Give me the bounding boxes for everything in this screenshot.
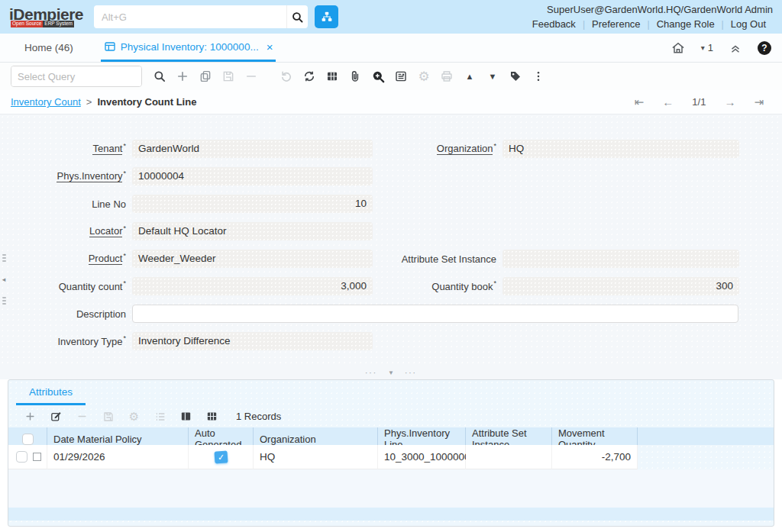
refresh-icon (302, 69, 316, 83)
select-all-checkbox[interactable] (22, 434, 34, 445)
save-button[interactable] (217, 65, 240, 88)
table-row[interactable]: 01/29/2026 ✓ HQ 10_3000_10000004 -2,700 (8, 445, 774, 469)
idempiere-logo[interactable]: iDempiere Open Source ERP System (9, 6, 83, 27)
tab-attributes[interactable]: Attributes (16, 386, 86, 405)
zoom-plus-icon (371, 69, 386, 84)
copy-record-button[interactable] (194, 65, 217, 88)
detail-footer-bar (8, 508, 774, 521)
detail-grid-view-button[interactable] (202, 408, 221, 426)
row-marker-box[interactable] (33, 453, 41, 461)
global-search-input[interactable] (94, 5, 286, 28)
detail-edit-button[interactable] (47, 408, 66, 426)
caret-down-icon: ▾ (701, 44, 705, 52)
first-record-icon[interactable]: ⇤ (635, 95, 645, 109)
help-button[interactable]: ? (758, 41, 771, 55)
global-search-button[interactable] (286, 5, 308, 28)
question-icon: ? (761, 43, 767, 53)
feedback-link[interactable]: Feedback (525, 18, 583, 30)
home-button[interactable] (671, 40, 686, 56)
triangle-down-icon: ▼ (489, 72, 497, 81)
quantity-count-label: Quantity count* (0, 277, 126, 295)
user-info: SuperUser@GardenWorld.HQ/GardenWorld Adm… (525, 4, 773, 15)
label-button[interactable] (504, 65, 527, 88)
sitemap-icon (320, 10, 334, 24)
more-options-button[interactable] (527, 65, 550, 88)
tabbar-controls: ▾ 1 ? (671, 34, 771, 62)
detail-save-button[interactable] (99, 408, 118, 426)
user-area: SuperUser@GardenWorld.HQ/GardenWorld Adm… (525, 4, 773, 30)
splitter-caret-icon: ▼ (388, 369, 394, 376)
process-button[interactable]: ⚙ (412, 65, 435, 88)
table-empty-area (8, 469, 774, 508)
next-record-icon[interactable]: → (724, 95, 735, 108)
delete-record-button[interactable] (240, 65, 263, 88)
printer-icon (440, 69, 454, 83)
report-button[interactable] (389, 65, 412, 88)
search-icon (153, 69, 166, 83)
splitter-handle[interactable]: ··· ▼ ··· (365, 369, 417, 377)
refresh-button[interactable] (298, 65, 321, 88)
logout-link[interactable]: Log Out (724, 18, 773, 30)
record-pager: ⇤ ← 1/1 → ⇥ (635, 95, 764, 109)
detail-delete-button[interactable] (73, 408, 92, 426)
check-icon: ✓ (217, 452, 225, 463)
previous-record-icon[interactable]: ← (662, 95, 674, 108)
gear-icon: ⚙ (418, 70, 429, 83)
grid-toggle-button[interactable] (321, 65, 344, 88)
quantity-book-field: 300 (502, 277, 739, 295)
collapse-header-button[interactable] (729, 41, 742, 55)
plus-icon (176, 69, 189, 83)
tenant-label: Tenant* (0, 140, 126, 158)
phys-inventory-label: Phys.Inventory* (0, 167, 126, 185)
detail-process-button[interactable]: ⚙ (124, 408, 144, 426)
description-label: Description (0, 305, 126, 323)
copy-icon (199, 69, 212, 83)
breadcrumb-separator: > (86, 96, 92, 108)
select-query-input[interactable] (11, 66, 142, 86)
logo-title: iDempiere (9, 6, 83, 22)
close-tab-icon[interactable]: × (267, 40, 273, 53)
change-role-link[interactable]: Change Role (650, 18, 722, 30)
parent-record-button[interactable]: ▲ (458, 65, 481, 88)
logo-subtitle: Open Source ERP System (11, 21, 83, 27)
menu-lookup-button[interactable] (315, 5, 338, 28)
zoom-across-button[interactable] (367, 65, 389, 88)
detail-tabs: Attributes (8, 380, 774, 405)
attribute-set-instance-label: Attribute Set Instance (379, 250, 496, 268)
cell-phys-inventory-line: 10_3000_10000004 (378, 445, 466, 469)
west-splitter-grip[interactable] (2, 297, 6, 305)
report-icon (394, 69, 408, 83)
new-record-button[interactable] (171, 65, 194, 88)
quantity-count-field: 3,000 (132, 277, 373, 295)
search-icon (291, 11, 304, 24)
save-icon (102, 411, 115, 423)
tab-label: Physical Inventory: 1000000... (121, 41, 259, 53)
toolbar-icons: ⚙ ▲ ▼ (148, 65, 550, 88)
breadcrumb-row: Inventory Count > Inventory Count Line ⇤… (0, 90, 782, 114)
minus-icon (244, 69, 258, 83)
detail-toggle-panel-button[interactable] (176, 408, 196, 426)
checklist-icon (154, 411, 166, 423)
minus-icon (76, 411, 88, 422)
detail-quick-entry-button[interactable] (150, 408, 170, 426)
columns-icon (179, 410, 192, 423)
plus-icon (24, 411, 36, 422)
row-checkbox[interactable] (16, 451, 27, 463)
tag-icon (509, 69, 522, 83)
print-button[interactable] (435, 65, 458, 88)
description-input[interactable] (132, 305, 738, 323)
tab-physical-inventory[interactable]: Physical Inventory: 1000000... × (101, 34, 276, 62)
preference-link[interactable]: Preference (585, 18, 648, 30)
window-icon (104, 40, 116, 53)
find-record-button[interactable] (148, 65, 171, 88)
tab-home[interactable]: Home (46) (17, 34, 81, 62)
detail-record-button[interactable]: ▼ (481, 65, 504, 88)
undo-button[interactable] (275, 65, 298, 88)
window-counter-dropdown[interactable]: ▾ 1 (701, 42, 713, 53)
breadcrumb-parent-link[interactable]: Inventory Count (11, 96, 81, 108)
global-search (94, 5, 308, 28)
checked-checkbox-icon[interactable]: ✓ (214, 450, 228, 463)
detail-new-button[interactable] (21, 408, 40, 426)
attachment-button[interactable] (344, 65, 367, 88)
last-record-icon[interactable]: ⇥ (754, 95, 764, 109)
